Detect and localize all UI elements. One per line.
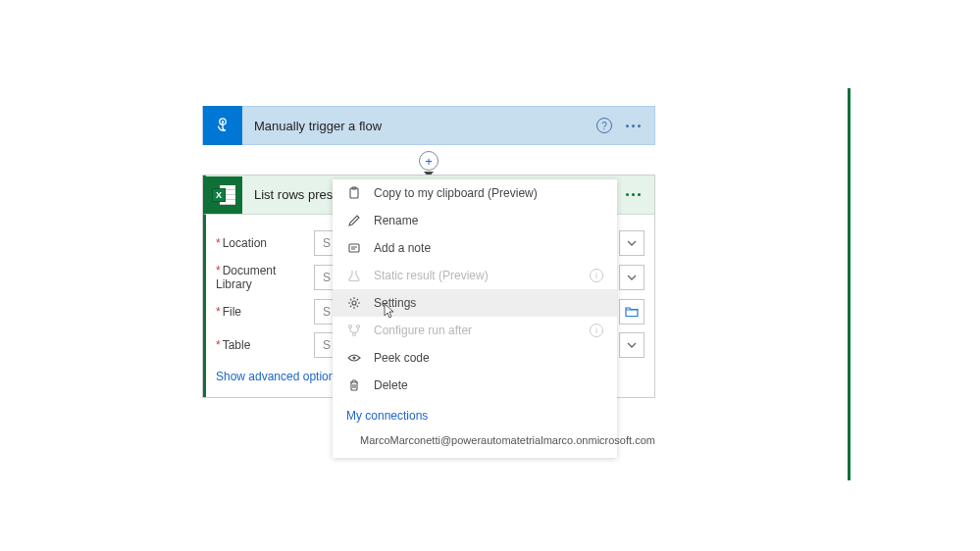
action-more-button[interactable] xyxy=(626,193,654,196)
menu-item-rename[interactable]: Rename xyxy=(333,207,617,234)
info-icon: i xyxy=(590,269,603,282)
connection-email: MarcoMarconetti@powerautomatetrialmarco.… xyxy=(360,434,655,446)
trash-icon xyxy=(346,377,362,393)
menu-item-delete[interactable]: Delete xyxy=(333,372,617,399)
trigger-more-button[interactable] xyxy=(626,125,641,127)
svg-point-1 xyxy=(222,121,224,123)
menu-connections-header: My connections xyxy=(333,399,617,428)
note-icon xyxy=(346,240,362,256)
info-icon: i xyxy=(590,324,603,337)
menu-label: Rename xyxy=(374,214,418,227)
label-file: File xyxy=(216,305,314,319)
eye-icon xyxy=(346,350,362,366)
page-accent-border xyxy=(848,88,851,480)
menu-item-peek-code[interactable]: Peek code xyxy=(333,344,617,372)
menu-item-settings[interactable]: Settings xyxy=(333,289,617,317)
svg-point-8 xyxy=(349,326,352,328)
label-location: Location xyxy=(216,236,314,250)
label-document-library: Document Library xyxy=(216,264,314,291)
svg-point-10 xyxy=(353,333,356,336)
add-step-connector: + xyxy=(202,145,655,175)
menu-label: Add a note xyxy=(374,241,431,255)
action-context-menu: Copy to my clipboard (Preview) Rename Ad… xyxy=(333,179,617,458)
flask-icon xyxy=(346,268,362,283)
trigger-icon xyxy=(203,106,242,145)
svg-point-11 xyxy=(353,357,356,360)
trigger-title: Manually trigger a flow xyxy=(254,119,596,133)
branch-icon xyxy=(346,323,362,338)
label-table: Table xyxy=(216,338,314,352)
menu-item-static-result: Static result (Preview) i xyxy=(333,262,617,289)
menu-label: Copy to my clipboard (Preview) xyxy=(374,186,538,200)
menu-label: Configure run after xyxy=(374,324,472,337)
menu-label: Peek code xyxy=(374,351,430,365)
excel-action-icon: X xyxy=(205,176,242,214)
trigger-card-manually[interactable]: Manually trigger a flow ? xyxy=(202,106,655,145)
help-icon[interactable]: ? xyxy=(596,118,612,133)
menu-item-add-note[interactable]: Add a note xyxy=(333,234,617,262)
menu-label: Delete xyxy=(374,378,408,392)
svg-point-7 xyxy=(352,301,356,305)
folder-icon[interactable] xyxy=(619,299,645,325)
chevron-down-icon[interactable] xyxy=(619,265,645,290)
chevron-down-icon[interactable] xyxy=(619,230,645,256)
pencil-icon xyxy=(346,213,362,228)
touch-icon xyxy=(213,116,232,135)
menu-item-configure-run-after: Configure run after i xyxy=(333,317,617,344)
menu-connection-item[interactable]: MarcoMarconetti@powerautomatetrialmarco.… xyxy=(333,428,617,458)
menu-item-copy[interactable]: Copy to my clipboard (Preview) xyxy=(333,179,617,207)
clipboard-icon xyxy=(346,185,362,201)
svg-point-9 xyxy=(357,326,360,328)
show-advanced-label: Show advanced options xyxy=(216,370,340,383)
menu-label: Static result (Preview) xyxy=(374,269,489,282)
gear-icon xyxy=(346,295,362,311)
add-step-button[interactable]: + xyxy=(419,151,438,171)
chevron-down-icon[interactable] xyxy=(619,332,645,358)
svg-rect-4 xyxy=(349,244,359,252)
